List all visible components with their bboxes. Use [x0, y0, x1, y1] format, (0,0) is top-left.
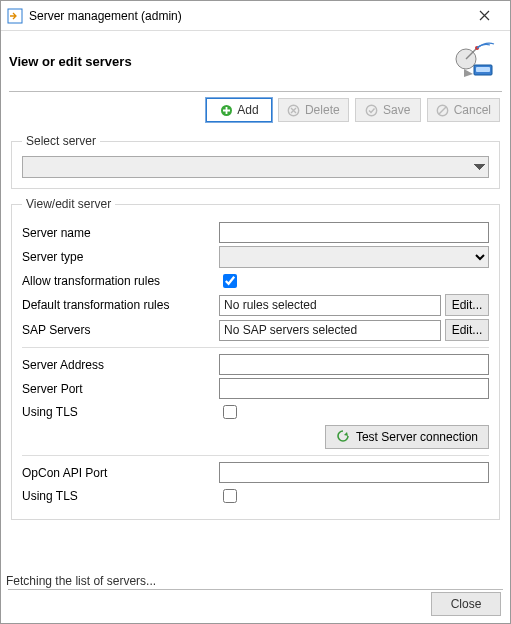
- svg-rect-4: [476, 67, 490, 72]
- server-name-input[interactable]: [219, 222, 489, 243]
- select-server-dropdown[interactable]: [22, 156, 489, 178]
- server-type-select[interactable]: [219, 246, 489, 268]
- test-connection-button[interactable]: Test Server connection: [325, 425, 489, 449]
- sap-servers-edit-button[interactable]: Edit...: [445, 319, 489, 341]
- toolbar: Add Delete Save Cancel: [1, 96, 510, 130]
- app-icon: [7, 8, 23, 24]
- server-name-label: Server name: [22, 226, 219, 240]
- server-address-label: Server Address: [22, 358, 219, 372]
- add-button[interactable]: Add: [206, 98, 272, 122]
- default-rules-label: Default transformation rules: [22, 298, 219, 312]
- divider: [22, 455, 489, 456]
- status-text: Fetching the list of servers...: [6, 574, 156, 588]
- allow-rules-label: Allow transformation rules: [22, 274, 219, 288]
- add-button-label: Add: [237, 103, 258, 117]
- divider: [9, 91, 502, 92]
- save-button-label: Save: [383, 103, 410, 117]
- using-tls-1-checkbox[interactable]: [223, 405, 237, 419]
- page-title: View or edit servers: [9, 54, 450, 69]
- titlebar: Server management (admin): [1, 1, 510, 31]
- save-icon: [365, 103, 379, 117]
- sap-servers-field: [219, 320, 441, 341]
- cancel-button-label: Cancel: [454, 103, 491, 117]
- view-edit-group: View/edit server Server name Server type…: [11, 197, 500, 520]
- close-button[interactable]: Close: [431, 592, 501, 616]
- divider: [8, 589, 503, 590]
- server-port-label: Server Port: [22, 382, 219, 396]
- save-button[interactable]: Save: [355, 98, 421, 122]
- header: View or edit servers: [1, 31, 510, 87]
- server-address-input[interactable]: [219, 354, 489, 375]
- delete-button-label: Delete: [305, 103, 340, 117]
- edit-label: Edit...: [452, 323, 483, 337]
- window-title: Server management (admin): [29, 9, 464, 23]
- svg-point-7: [367, 105, 377, 115]
- opcon-port-input[interactable]: [219, 462, 489, 483]
- edit-label: Edit...: [452, 298, 483, 312]
- using-tls-1-label: Using TLS: [22, 405, 219, 419]
- using-tls-2-label: Using TLS: [22, 489, 219, 503]
- default-rules-field: [219, 295, 441, 316]
- view-edit-legend: View/edit server: [22, 197, 115, 211]
- server-port-input[interactable]: [219, 378, 489, 399]
- refresh-icon: [336, 429, 350, 446]
- divider: [22, 347, 489, 348]
- select-server-group: Select server: [11, 134, 500, 189]
- close-icon[interactable]: [464, 2, 504, 30]
- default-rules-edit-button[interactable]: Edit...: [445, 294, 489, 316]
- close-button-label: Close: [451, 597, 482, 611]
- plus-icon: [219, 103, 233, 117]
- test-connection-label: Test Server connection: [356, 430, 478, 444]
- server-type-label: Server type: [22, 250, 219, 264]
- cancel-button[interactable]: Cancel: [427, 98, 500, 122]
- footer: Close: [431, 592, 501, 616]
- cancel-icon: [436, 103, 450, 117]
- server-dish-icon: [450, 41, 498, 81]
- delete-icon: [287, 103, 301, 117]
- allow-rules-checkbox[interactable]: [223, 274, 237, 288]
- using-tls-2-checkbox[interactable]: [223, 489, 237, 503]
- opcon-port-label: OpCon API Port: [22, 466, 219, 480]
- sap-servers-label: SAP Servers: [22, 323, 219, 337]
- select-server-legend: Select server: [22, 134, 100, 148]
- delete-button[interactable]: Delete: [278, 98, 349, 122]
